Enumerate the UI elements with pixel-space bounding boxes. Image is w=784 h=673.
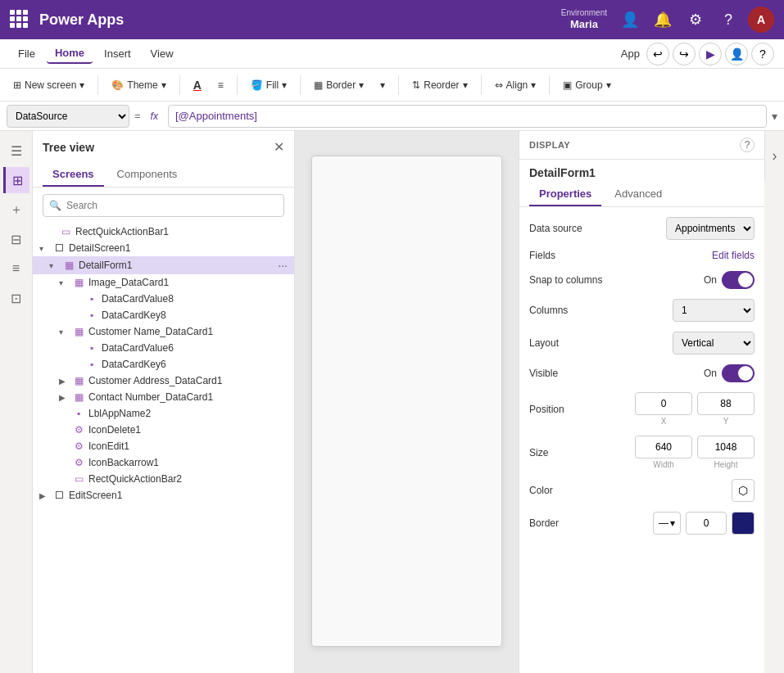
environment-block: Environment Maria (561, 7, 607, 32)
list-item[interactable]: ▪ DataCardKey8 (33, 307, 294, 323)
group-button[interactable]: ▣ Group ▾ (556, 76, 617, 94)
font-color-button[interactable]: A (187, 75, 208, 95)
height-input[interactable] (697, 436, 755, 458)
list-item[interactable]: ▪ DataCardKey6 (33, 356, 294, 373)
list-item[interactable]: ⚙ IconDelete1 (33, 422, 294, 438)
list-item[interactable]: ▭ RectQuickActionBar1 (33, 224, 294, 240)
left-icon-plus[interactable]: ＋ (3, 196, 29, 223)
menu-view[interactable]: View (143, 44, 182, 63)
border-value-input[interactable] (686, 512, 727, 535)
list-item[interactable]: ▾ ▦ DetailForm1 ··· (33, 256, 294, 274)
left-icon-variables[interactable]: ≡ (3, 255, 29, 282)
toggle-knob-2 (738, 366, 753, 381)
menu-insert[interactable]: Insert (96, 44, 139, 63)
toolbar-sep-6 (481, 75, 482, 95)
label-icon: ▪ (72, 408, 85, 419)
list-item[interactable]: ▪ DataCardValue8 (33, 291, 294, 307)
align-button[interactable]: ≡ (211, 76, 230, 94)
border-style-select[interactable]: — ▾ (653, 512, 681, 535)
position-y-input[interactable] (697, 392, 755, 415)
tree-search-input[interactable] (43, 194, 284, 217)
list-item[interactable]: ▾ ☐ DetailScreen1 (33, 240, 294, 256)
list-item[interactable]: ⚙ IconBackarrow1 (33, 454, 294, 471)
person-button[interactable]: 👤 (725, 43, 748, 65)
tree-tab-components[interactable]: Components (107, 163, 188, 187)
list-item[interactable]: ▭ RectQuickActionBar2 (33, 471, 294, 487)
more-options-icon[interactable]: ··· (278, 259, 288, 272)
formula-input[interactable] (168, 105, 767, 128)
border-row: Border — ▾ (529, 512, 755, 535)
avatar[interactable]: A (748, 7, 774, 33)
columns-select[interactable]: 1 (673, 299, 755, 322)
snap-toggle[interactable] (722, 271, 755, 289)
border-chevron: ▾ (359, 79, 364, 91)
edit-fields-link[interactable]: Edit fields (712, 250, 755, 261)
border-button[interactable]: ▦ Border ▾ (307, 76, 370, 94)
right-header: DISPLAY ? (519, 131, 764, 160)
list-item[interactable]: ▶ ▦ Customer Address_DataCard1 (33, 373, 294, 389)
settings-icon[interactable]: ⚙ (682, 7, 709, 33)
fill-button[interactable]: 🪣 Fill ▾ (244, 76, 293, 94)
app-grid-icon[interactable] (10, 10, 29, 29)
tree-tab-screens[interactable]: Screens (43, 163, 104, 187)
data-source-label: Data source (529, 223, 582, 234)
left-icon-menu[interactable]: ☰ (3, 138, 29, 164)
menu-file[interactable]: File (10, 44, 43, 63)
color-row: Color ⬡ (529, 479, 755, 502)
theme-button[interactable]: 🎨 Theme ▾ (105, 76, 172, 94)
list-item[interactable]: ▾ ▦ Customer Name_DataCard1 (33, 323, 294, 340)
left-icon-data[interactable]: ⊟ (3, 226, 29, 252)
tab-properties[interactable]: Properties (529, 183, 601, 206)
list-item[interactable]: ▶ ▦ Contact Number_DataCard1 (33, 389, 294, 405)
nav-expand-arrow[interactable]: › (764, 131, 784, 180)
help-menu-button[interactable]: ? (751, 43, 774, 65)
menu-home[interactable]: Home (47, 43, 93, 64)
new-screen-button[interactable]: ⊞ New screen ▾ (7, 76, 91, 94)
item-label: Image_DataCard1 (88, 277, 288, 288)
play-button[interactable]: ▶ (699, 43, 722, 65)
property-select[interactable]: DataSource (7, 105, 129, 128)
display-help-icon[interactable]: ? (740, 138, 755, 152)
chevron-down-button[interactable]: ▾ (374, 76, 392, 94)
toolbar: ⊞ New screen ▾ 🎨 Theme ▾ A ≡ 🪣 Fill ▾ ▦ … (0, 69, 784, 102)
layout-select[interactable]: Vertical (673, 332, 755, 355)
card-key-icon: ▪ (85, 309, 98, 321)
reorder-icon: ⇅ (412, 79, 420, 91)
reorder-button[interactable]: ⇅ Reorder ▾ (406, 76, 474, 94)
screen2-icon: ☐ (52, 490, 66, 501)
left-icon-layers[interactable]: ⊞ (3, 167, 29, 193)
visible-toggle[interactable] (722, 364, 755, 382)
list-item[interactable]: ▪ DataCardValue6 (33, 340, 294, 356)
item-label: Contact Number_DataCard1 (88, 391, 288, 403)
datacard-icon: ▦ (72, 277, 85, 288)
align-text-button[interactable]: ⇔ Align ▾ (488, 76, 543, 94)
person-search-icon[interactable]: 👤 (617, 7, 643, 33)
tree-view: Tree view ✕ Screens Components 🔍 ▭ RectQ… (33, 131, 295, 673)
snap-value: On (704, 274, 717, 286)
left-icon-media[interactable]: ⊡ (3, 285, 29, 311)
color-picker-button[interactable]: ⬡ (732, 479, 755, 502)
undo-button[interactable]: ↩ (646, 43, 669, 65)
redo-button[interactable]: ↪ (673, 43, 696, 65)
fx-button[interactable]: fx (146, 109, 163, 124)
top-bar: Power Apps Environment Maria 👤 🔔 ⚙ ? A (0, 0, 784, 39)
app-label[interactable]: App (621, 47, 640, 60)
list-item[interactable]: ▪ LblAppName2 (33, 405, 294, 422)
border-color-swatch[interactable] (732, 512, 755, 535)
formula-chevron[interactable]: ▾ (772, 110, 777, 123)
data-source-select[interactable]: Appointments (666, 217, 755, 240)
width-input[interactable] (635, 436, 692, 458)
item-label: Customer Address_DataCard1 (88, 375, 288, 386)
theme-icon: 🎨 (111, 79, 124, 91)
fields-row: Fields Edit fields (529, 250, 755, 261)
bell-icon[interactable]: 🔔 (650, 7, 676, 33)
help-icon[interactable]: ? (715, 7, 741, 33)
position-x-input[interactable] (635, 392, 692, 415)
position-label: Position (529, 404, 564, 415)
list-item[interactable]: ⚙ IconEdit1 (33, 438, 294, 454)
tab-advanced[interactable]: Advanced (605, 183, 672, 206)
tree-close-button[interactable]: ✕ (274, 139, 284, 155)
width-label: Width (653, 460, 674, 469)
list-item[interactable]: ▾ ▦ Image_DataCard1 (33, 274, 294, 291)
list-item[interactable]: ▶ ☐ EditScreen1 (33, 487, 294, 504)
